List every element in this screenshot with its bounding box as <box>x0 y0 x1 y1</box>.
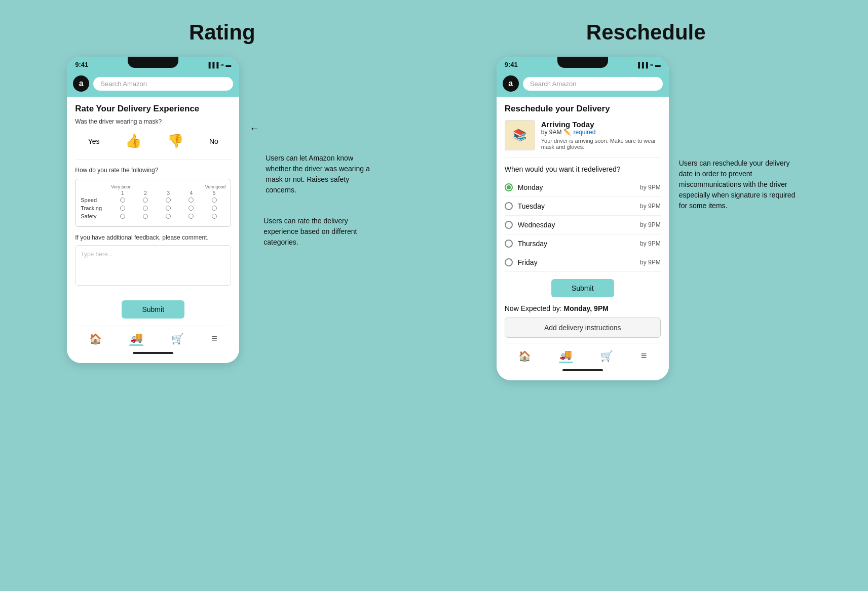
tuesday-radio[interactable] <box>505 202 513 210</box>
reschedule-section: Reschedule 9:41 ▐▐▐ ≈ ▬ a Search Amazon … <box>455 20 838 380</box>
feedback-input[interactable]: Type here... <box>75 245 231 286</box>
reschedule-search-bar[interactable]: Search Amazon <box>523 77 663 91</box>
list-item[interactable]: Monday by 9PM <box>505 178 661 197</box>
tracking-radio-1[interactable] <box>120 206 125 211</box>
monday-radio[interactable] <box>505 183 513 191</box>
safety-label: Safety <box>81 213 111 219</box>
reschedule-status-bar: 9:41 ▐▐▐ ≈ ▬ <box>497 57 669 71</box>
list-item[interactable]: Tuesday by 9PM <box>505 197 661 216</box>
safety-radio-2[interactable] <box>143 214 148 219</box>
speed-radio-1[interactable] <box>120 198 125 203</box>
safety-radio-3[interactable] <box>166 214 171 219</box>
reschedule-nav-menu[interactable]: ≡ <box>641 350 647 362</box>
reschedule-amazon-logo: a <box>503 75 519 92</box>
expected-row: Now Expected by: Monday, 9PM <box>505 304 661 312</box>
list-item[interactable]: Wednesday by 9PM <box>505 216 661 234</box>
nav-cart[interactable]: 🛒 <box>171 333 184 345</box>
very-poor-label: Very poor <box>111 184 131 189</box>
thursday-label: Thursday <box>518 240 547 248</box>
rating-numbers: 1 2 3 4 5 <box>81 190 225 196</box>
reschedule-phone: 9:41 ▐▐▐ ≈ ▬ a Search Amazon Reschedule … <box>497 57 669 380</box>
speed-radio-3[interactable] <box>166 198 171 203</box>
friday-time: by 9PM <box>640 259 661 266</box>
rating-title: Rating <box>189 20 255 45</box>
reschedule-annotation-text: Users can reschedule your delivery date … <box>679 158 796 211</box>
nav-home[interactable]: 🏠 <box>89 333 102 345</box>
tuesday-time: by 9PM <box>640 203 661 210</box>
rating-phone: 9:41 ▐▐▐ ≈ ▬ a Search Amazon Rate Your D… <box>67 57 239 363</box>
speed-radio-2[interactable] <box>143 198 148 203</box>
product-row: 📚 Arriving Today by 9AM ✏️ required Your… <box>505 120 661 158</box>
col-1: 1 <box>111 190 134 196</box>
product-image: 📚 <box>505 120 535 150</box>
signal-icon: ▐▐▐ <box>207 62 218 68</box>
required-badge: required <box>573 129 595 136</box>
safety-radio-5[interactable] <box>212 214 217 219</box>
reschedule-phone-content: Reschedule your Delivery 📚 Arriving Toda… <box>497 97 669 380</box>
rating-phone-wrapper: 9:41 ▐▐▐ ≈ ▬ a Search Amazon Rate Your D… <box>67 57 377 363</box>
status-time: 9:41 <box>75 61 88 68</box>
tracking-radio-4[interactable] <box>188 206 194 211</box>
reschedule-nav-cart[interactable]: 🛒 <box>600 350 613 362</box>
speed-radio-4[interactable] <box>188 198 194 203</box>
reschedule-nav-active-indicator <box>559 362 573 363</box>
tracking-radio-5[interactable] <box>212 206 217 211</box>
page-title: Rate Your Delivery Experience <box>75 104 231 114</box>
search-bar[interactable]: Search Amazon <box>93 77 233 91</box>
reschedule-phone-wrapper: 9:41 ▐▐▐ ≈ ▬ a Search Amazon Reschedule … <box>497 57 796 380</box>
very-good-label: Very good <box>205 184 226 189</box>
tuesday-label: Tuesday <box>518 202 545 210</box>
reschedule-home-icon: 🏠 <box>518 350 531 362</box>
add-delivery-instructions-button[interactable]: Add delivery instructions <box>505 318 661 338</box>
reschedule-wifi-icon: ≈ <box>650 62 653 68</box>
radio-dot <box>507 185 511 189</box>
table-row: Speed <box>81 197 225 203</box>
wednesday-time: by 9PM <box>640 221 661 228</box>
reschedule-menu-icon: ≡ <box>641 350 647 362</box>
wednesday-radio[interactable] <box>505 221 513 229</box>
phone-content: Rate Your Delivery Experience Was the dr… <box>67 97 239 363</box>
reschedule-nav-delivery[interactable]: 🚚 <box>559 348 573 363</box>
no-label: No <box>209 137 218 145</box>
arriving-time: by 9AM <box>541 129 562 136</box>
tracking-radio-3[interactable] <box>166 206 171 211</box>
reschedule-signal-icon: ▐▐▐ <box>636 62 648 68</box>
thursday-radio[interactable] <box>505 240 513 248</box>
nav-active-indicator <box>129 344 143 346</box>
reschedule-annotation: Users can reschedule your delivery date … <box>679 57 796 211</box>
tracking-label: Tracking <box>81 205 111 211</box>
wednesday-label: Wednesday <box>518 221 555 229</box>
reschedule-delivery-icon: 🚚 <box>559 348 573 361</box>
day-options-list: Monday by 9PM Tuesday by 9PM <box>505 178 661 272</box>
reschedule-home-indicator <box>562 369 603 371</box>
reschedule-nav-home[interactable]: 🏠 <box>518 350 531 362</box>
speed-radio-5[interactable] <box>212 198 217 203</box>
list-item[interactable]: Friday by 9PM <box>505 253 661 272</box>
rating-submit-button[interactable]: Submit <box>122 300 184 319</box>
reschedule-submit-button[interactable]: Submit <box>551 279 614 297</box>
mask-label: Was the driver wearing a mask? <box>75 118 231 125</box>
yes-no-row: Yes 👍 👎 No <box>75 130 231 152</box>
reschedule-status-icons: ▐▐▐ ≈ ▬ <box>636 62 660 68</box>
tracking-radio-2[interactable] <box>143 206 148 211</box>
battery-icon: ▬ <box>225 62 231 68</box>
yes-label: Yes <box>88 137 100 145</box>
wifi-icon: ≈ <box>220 62 223 68</box>
monday-label: Monday <box>518 183 543 191</box>
annotation-mask-text: Users can let Amazon know whether the dr… <box>266 123 377 195</box>
nav-delivery[interactable]: 🚚 <box>129 331 143 346</box>
thumbs-down-icon[interactable]: 👎 <box>167 133 183 149</box>
arriving-title: Arriving Today <box>541 120 661 129</box>
friday-label: Friday <box>518 258 538 266</box>
safety-radio-1[interactable] <box>120 214 125 219</box>
thumbs-up-icon[interactable]: 👍 <box>125 133 141 149</box>
nav-menu[interactable]: ≡ <box>211 333 217 344</box>
expected-value: Monday, 9PM <box>563 304 608 312</box>
safety-radio-4[interactable] <box>188 214 194 219</box>
friday-radio[interactable] <box>505 258 513 266</box>
amazon-logo: a <box>73 75 89 92</box>
delivery-icon: 🚚 <box>129 331 143 343</box>
col-3: 3 <box>157 190 180 196</box>
arriving-sub: by 9AM ✏️ required <box>541 129 661 136</box>
list-item[interactable]: Thursday by 9PM <box>505 234 661 253</box>
